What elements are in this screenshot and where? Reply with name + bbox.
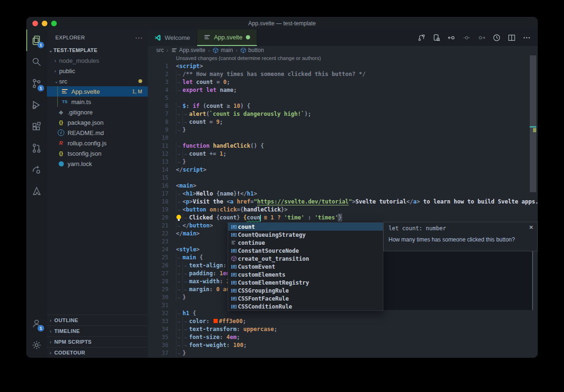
activity-bar-item-extensions-icon[interactable] xyxy=(26,116,47,137)
code-line[interactable]: 14</script> xyxy=(148,166,538,174)
code-line[interactable]: 19→<button on:click={handleClick}> xyxy=(148,206,538,214)
activity-bar-item-account-icon[interactable]: 1 xyxy=(26,313,47,334)
codelens-label[interactable]: Unsaved changes (cannot determine recent… xyxy=(148,54,538,62)
tree-item-.gitignore[interactable]: ◆.gitignore xyxy=(47,107,148,117)
title-bar[interactable]: App.svelte — test-template xyxy=(26,17,538,30)
line-number: 23 xyxy=(148,238,168,246)
breadcrumb-item-app-svelte[interactable]: App.svelte xyxy=(171,47,206,53)
suggestion-item-CountQueuingStrategy[interactable]: [@]CountQueuingStrategy xyxy=(228,231,383,239)
code-line[interactable]: 4→export let name; xyxy=(148,86,538,94)
code-line[interactable]: 36→→font-weight: 100; xyxy=(148,341,538,349)
activity-bar-item-settings-gear-icon[interactable] xyxy=(26,334,47,356)
editor-scrollbar[interactable] xyxy=(530,54,536,358)
code-line[interactable]: 34→→text-transform: uppercase; xyxy=(148,325,538,333)
code-line[interactable]: 16<main> xyxy=(148,182,538,190)
activity-bar-item-github-pr-icon[interactable] xyxy=(26,137,47,159)
scrollbar-thumb[interactable] xyxy=(530,55,536,192)
suggestion-item-continue[interactable]: continue xyxy=(228,239,383,247)
split-editor-icon[interactable] xyxy=(506,33,517,43)
code-line[interactable]: 37→} xyxy=(148,349,538,357)
chevron-right-icon: › xyxy=(54,58,59,63)
timeline-clock-icon[interactable] xyxy=(491,33,502,43)
code-line[interactable]: 20→Clicked {count} {coun ≡ 1 ? 'time' : … xyxy=(148,214,538,222)
modified-dot-icon[interactable] xyxy=(246,35,250,39)
code-line[interactable]: 5 xyxy=(148,94,538,102)
indent-whitespace: → xyxy=(176,86,183,94)
code-line[interactable]: 10 xyxy=(148,134,538,142)
compare-changes-icon[interactable] xyxy=(416,33,427,43)
indent-whitespace: → xyxy=(176,349,183,357)
indent-whitespace: → xyxy=(176,325,183,333)
breadcrumb-item-button[interactable]: button xyxy=(240,47,264,53)
suggestion-item-ConstantSourceNode[interactable]: [@]ConstantSourceNode xyxy=(228,247,383,255)
tree-item-package.json[interactable]: {}package.json xyxy=(47,117,148,128)
suggestion-item-CSSConditionRule[interactable]: [@]CSSConditionRule xyxy=(228,302,383,310)
color-swatch[interactable] xyxy=(213,319,218,323)
activity-bar-item-run-debug-icon[interactable] xyxy=(26,94,47,116)
code-line[interactable]: 1<script> xyxy=(148,62,538,70)
code-line[interactable]: 2→/** How many times has someone clicked… xyxy=(148,70,538,78)
more-actions-icon[interactable]: ··· xyxy=(135,34,143,41)
symbol-cube-icon xyxy=(213,47,219,53)
rollup-icon: R xyxy=(57,139,65,147)
close-icon[interactable]: ✕ xyxy=(529,224,534,231)
tab-app-svelte[interactable]: App.svelte xyxy=(197,30,257,46)
badge: 1 xyxy=(38,85,44,91)
code-editor[interactable]: Unsaved changes (cannot determine recent… xyxy=(148,54,538,358)
next-change-icon[interactable] xyxy=(476,33,487,43)
tree-item-public[interactable]: ›public xyxy=(47,66,148,76)
sidebar-section-timeline[interactable]: ›TIMELINE xyxy=(47,325,148,336)
more-actions-icon[interactable] xyxy=(521,33,532,43)
lightbulb-icon[interactable] xyxy=(176,215,183,221)
suggestion-item-count[interactable]: [@]count xyxy=(228,223,383,231)
line-number: 27 xyxy=(148,270,168,278)
tree-item-main.ts[interactable]: TSmain.ts xyxy=(47,97,148,107)
code-line[interactable]: 9→} xyxy=(148,126,538,134)
code-line[interactable]: 3→let count = 0; xyxy=(148,78,538,86)
suggestion-item-create_out_transition[interactable]: create_out_transition xyxy=(228,255,383,263)
activity-bar-item-explorer-icon[interactable]: 1 xyxy=(26,30,47,51)
activity-bar-item-search-icon[interactable] xyxy=(26,51,47,73)
open-changes-icon[interactable] xyxy=(431,33,442,43)
breadcrumb-item-main[interactable]: main xyxy=(213,47,233,53)
chevron-right-icon: › xyxy=(50,339,52,345)
code-line[interactable]: 8→→count = 9; xyxy=(148,118,538,126)
activity-bar-item-live-share-icon[interactable] xyxy=(26,159,47,181)
tab-welcome[interactable]: Welcome xyxy=(148,30,197,46)
sidebar-section-npm-scripts[interactable]: ›NPM SCRIPTS xyxy=(47,336,148,347)
tree-item-node_modules[interactable]: ›node_modules xyxy=(47,55,148,66)
tree-item-README.md[interactable]: iREADME.md xyxy=(47,128,148,138)
breadcrumb-item-src[interactable]: src xyxy=(156,47,164,53)
indent-whitespace: → xyxy=(176,254,183,262)
code-line[interactable]: 18→<p>Visit the <a href="https://svelte.… xyxy=(148,198,538,206)
activity-bar-item-source-control-icon[interactable]: 1 xyxy=(26,73,47,94)
suggestion-item-CSSGroupingRule[interactable]: [@]CSSGroupingRule xyxy=(228,286,383,294)
suggestion-item-CSSFontFaceRule[interactable]: [@]CSSFontFaceRule xyxy=(228,294,383,302)
code-line[interactable]: 33→→color: #ff3e00; xyxy=(148,317,538,325)
indent-whitespace: → xyxy=(176,309,183,317)
code-line[interactable]: 15 xyxy=(148,174,538,182)
code-line[interactable]: 7→→alert(`count is dangerously high!`); xyxy=(148,110,538,118)
current-change-icon[interactable] xyxy=(461,33,472,43)
suggestion-label: continue xyxy=(238,240,265,246)
tree-item-App.svelte[interactable]: App.svelte1, M xyxy=(47,86,148,97)
tree-item-yarn.lock[interactable]: yarn.lock xyxy=(47,158,148,169)
code-line[interactable]: 6→$: if (count ≥ 10) { xyxy=(148,102,538,110)
code-line[interactable]: 11→function handleClick() { xyxy=(148,142,538,150)
code-line[interactable]: 17→<h1>Hello {name}!</h1> xyxy=(148,190,538,198)
sidebar-section-outline[interactable]: ›OUTLINE xyxy=(47,315,148,325)
code-line[interactable]: 35→→font-size: 4em; xyxy=(148,333,538,341)
tree-root[interactable]: ⌄TEST-TEMPLATE xyxy=(47,45,148,55)
tree-item-rollup.config.js[interactable]: Rrollup.config.js xyxy=(47,138,148,148)
tree-item-src[interactable]: ⌄src xyxy=(47,76,148,86)
suggestion-item-customElements[interactable]: [@]customElements xyxy=(228,271,383,279)
code-line[interactable]: 12→→count += 1; xyxy=(148,150,538,158)
previous-change-icon[interactable] xyxy=(446,33,457,43)
tree-item-tsconfig.json[interactable]: {}tsconfig.json xyxy=(47,148,148,158)
suggestion-item-CustomEvent[interactable]: [@]CustomEvent xyxy=(228,263,383,271)
activity-bar-item-azure-icon[interactable] xyxy=(26,181,47,202)
sidebar-section-codetour[interactable]: ›CODETOUR xyxy=(47,347,148,358)
indent-whitespace: → xyxy=(176,126,183,134)
code-line[interactable]: 13→} xyxy=(148,158,538,166)
suggestion-item-CustomElementRegistry[interactable]: [@]CustomElementRegistry xyxy=(228,279,383,286)
